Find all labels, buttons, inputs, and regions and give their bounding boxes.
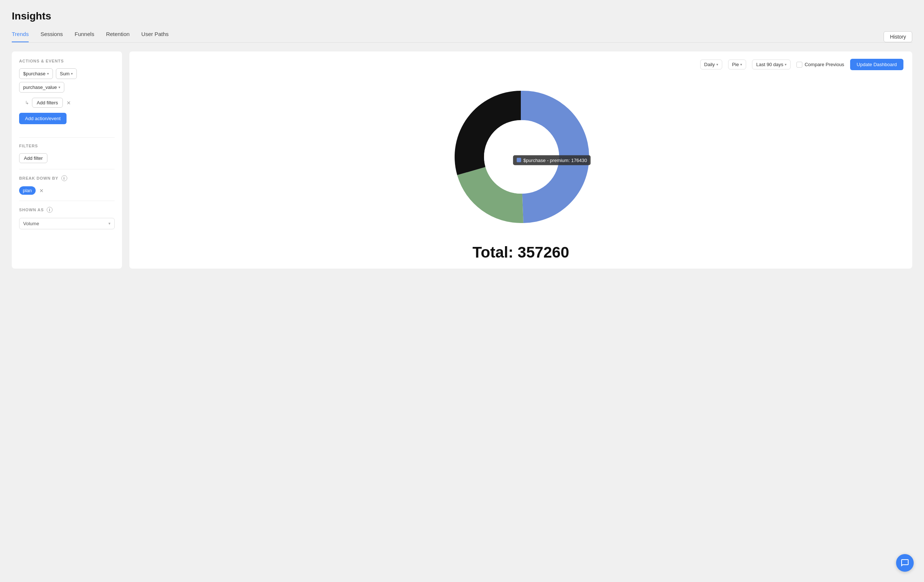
shown-as-section-label: SHOWN AS i: [19, 207, 115, 213]
main-content: ACTIONS & EVENTS $purchase ▾ Sum ▾ purch…: [12, 51, 912, 269]
breakdown-tag-row: plan ✕: [19, 186, 115, 195]
chart-toolbar: Daily ▾ Pie ▾ Last 90 days ▾ Compare Pre…: [138, 59, 903, 70]
tab-retention[interactable]: Retention: [106, 31, 129, 42]
add-filter-button[interactable]: Add filter: [19, 153, 48, 163]
donut-chart: $purchase - premium: 176430: [440, 76, 602, 238]
chevron-down-icon: ▾: [785, 63, 787, 66]
nav-bar: Trends Sessions Funnels Retention User P…: [12, 31, 912, 43]
tab-trends[interactable]: Trends: [12, 31, 29, 42]
total-label: Total: 357260: [472, 244, 569, 261]
filters-section-label: FILTERS: [19, 143, 115, 148]
history-button[interactable]: History: [884, 31, 912, 42]
chevron-down-icon: ▾: [71, 72, 73, 76]
breakdown-tag: plan: [19, 186, 36, 195]
divider-3: [19, 201, 115, 201]
page-title: Insights: [12, 10, 912, 22]
nav-right: History: [884, 31, 912, 42]
compare-previous-checkbox[interactable]: [797, 62, 802, 68]
chevron-down-icon: ▾: [47, 72, 49, 76]
divider-2: [19, 169, 115, 170]
remove-breakdown-button[interactable]: ✕: [39, 187, 45, 195]
date-range-dropdown[interactable]: Last 90 days ▾: [752, 59, 790, 69]
chart-type-dropdown[interactable]: Pie ▾: [728, 59, 746, 69]
aggregation-dropdown[interactable]: Sum ▾: [56, 68, 77, 79]
chevron-down-icon: ▾: [109, 221, 111, 226]
add-action-button[interactable]: Add action/event: [19, 113, 66, 124]
event-dropdown[interactable]: $purchase ▾: [19, 68, 53, 79]
tab-funnels[interactable]: Funnels: [74, 31, 94, 42]
right-panel: Daily ▾ Pie ▾ Last 90 days ▾ Compare Pre…: [129, 51, 912, 269]
chat-button[interactable]: [896, 554, 914, 572]
breakdown-section-label: BREAK DOWN BY i: [19, 175, 115, 181]
update-dashboard-button[interactable]: Update Dashboard: [850, 59, 903, 70]
app-container: Insights Trends Sessions Funnels Retenti…: [0, 0, 924, 582]
action-row: $purchase ▾ Sum ▾: [19, 68, 115, 79]
chevron-down-icon: ▾: [740, 63, 742, 66]
tab-user-paths[interactable]: User Paths: [142, 31, 169, 42]
breakdown-info-icon: i: [61, 175, 67, 181]
daily-dropdown[interactable]: Daily ▾: [700, 59, 722, 69]
chevron-down-icon: ▾: [716, 63, 718, 66]
chevron-down-icon: ▾: [58, 85, 60, 89]
property-dropdown[interactable]: purchase_value ▾: [19, 82, 64, 92]
filter-arrow-icon: ↳: [25, 100, 29, 106]
divider-1: [19, 137, 115, 138]
actions-section-label: ACTIONS & EVENTS: [19, 59, 115, 63]
remove-filters-button[interactable]: ✕: [66, 99, 72, 107]
property-row: purchase_value ▾: [19, 82, 115, 92]
add-filters-row: ↳ Add filters ✕: [25, 98, 115, 108]
nav-tabs: Trends Sessions Funnels Retention User P…: [12, 31, 169, 42]
compare-previous-label[interactable]: Compare Previous: [797, 62, 844, 68]
add-filters-button[interactable]: Add filters: [32, 98, 63, 108]
svg-point-0: [484, 120, 558, 194]
tab-sessions[interactable]: Sessions: [40, 31, 63, 42]
left-panel: ACTIONS & EVENTS $purchase ▾ Sum ▾ purch…: [12, 51, 122, 269]
shown-as-select[interactable]: Volume ▾: [19, 218, 115, 229]
shown-as-info-icon: i: [47, 207, 53, 213]
chat-icon: [901, 559, 909, 567]
chart-area: $purchase - premium: 176430 Total: 35726…: [138, 76, 903, 261]
